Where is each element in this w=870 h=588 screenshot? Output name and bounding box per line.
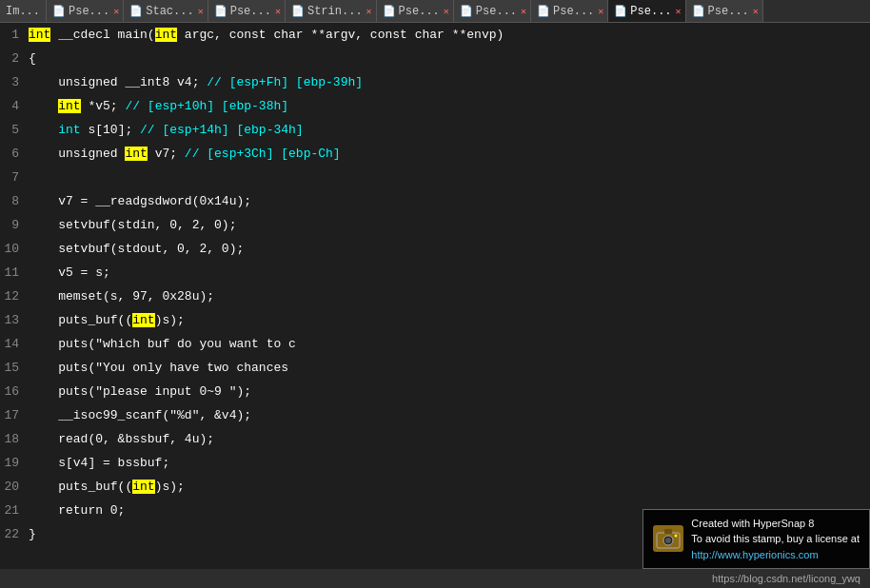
tab-3[interactable]: 📄 Pse... ✕: [208, 0, 286, 22]
watermark-text: Created with HyperSnap 8 To avoid this s…: [691, 516, 860, 563]
tab-icon-7: 📄: [537, 5, 550, 17]
line-number-18: 18: [0, 427, 29, 451]
line-content-22: }: [29, 522, 36, 546]
code-line-9: 9 setvbuf(stdin, 0, 2, 0);: [0, 213, 870, 237]
line-content-3: unsigned __int8 v4; // [esp+Fh] [ebp-39h…: [29, 70, 363, 94]
line-number-16: 16: [0, 380, 29, 403]
code-line-1: 1int __cdecl main(int argc, const char *…: [0, 23, 870, 47]
code-line-7: 7: [0, 166, 870, 189]
tab-close-6[interactable]: ✕: [521, 6, 526, 17]
code-line-6: 6 unsigned int v7; // [esp+3Ch] [ebp-Ch]: [0, 142, 870, 166]
line-content-12: memset(s, 97, 0x28u);: [29, 284, 214, 308]
tab-icon-3: 📄: [214, 5, 227, 17]
tab-8[interactable]: 📄 Pse... ✕: [608, 0, 685, 22]
tab-close-7[interactable]: ✕: [598, 6, 603, 17]
line-number-10: 10: [0, 237, 29, 261]
code-line-13: 13 puts_buf((int)s);: [0, 308, 870, 332]
line-number-1: 1: [0, 23, 29, 47]
line-number-14: 14: [0, 332, 29, 356]
tab-close-5[interactable]: ✕: [444, 6, 449, 17]
tab-2[interactable]: 📄 Stac... ✕: [124, 0, 208, 22]
line-number-17: 17: [0, 403, 29, 427]
line-content-11: v5 = s;: [29, 261, 110, 284]
tab-1[interactable]: 📄 Pse... ✕: [47, 0, 124, 22]
tab-6[interactable]: 📄 Pse... ✕: [454, 0, 531, 22]
tab-label-4: Strin...: [307, 5, 363, 18]
code-area: 1int __cdecl main(int argc, const char *…: [0, 23, 870, 569]
line-number-12: 12: [0, 284, 29, 308]
line-number-4: 4: [0, 94, 29, 118]
line-content-9: setvbuf(stdin, 0, 2, 0);: [29, 213, 236, 237]
line-content-13: puts_buf((int)s);: [29, 308, 185, 332]
tab-4[interactable]: 📄 Strin... ✕: [286, 0, 377, 22]
line-number-6: 6: [0, 142, 29, 166]
code-line-11: 11 v5 = s;: [0, 261, 870, 284]
line-content-21: return 0;: [29, 499, 125, 522]
tab-icon-5: 📄: [383, 5, 396, 17]
line-number-19: 19: [0, 451, 29, 475]
tab-close-3[interactable]: ✕: [275, 6, 281, 17]
line-content-1: int __cdecl main(int argc, const char **…: [29, 23, 504, 47]
tab-close-8[interactable]: ✕: [676, 6, 682, 17]
watermark-title: Created with HyperSnap 8: [691, 516, 860, 532]
tab-close-9[interactable]: ✕: [753, 6, 759, 17]
code-line-2: 2{: [0, 47, 870, 70]
tab-label-2: Stac...: [146, 5, 193, 18]
tab-close-1[interactable]: ✕: [113, 6, 119, 17]
line-number-15: 15: [0, 356, 29, 380]
svg-point-4: [675, 535, 678, 538]
line-content-19: s[v4] = bssbuf;: [29, 451, 169, 475]
code-line-4: 4 int *v5; // [esp+10h] [ebp-38h]: [0, 94, 870, 118]
tab-9[interactable]: 📄 Pse... ✕: [686, 0, 763, 22]
line-content-5: int s[10]; // [esp+14h] [ebp-34h]: [29, 118, 304, 142]
tab-icon-8: 📄: [614, 5, 627, 17]
line-number-22: 22: [0, 522, 29, 546]
tab-icon-6: 📄: [460, 5, 473, 17]
tab-icon-2: 📄: [129, 5, 143, 17]
line-number-5: 5: [0, 118, 29, 142]
tab-label-6: Pse...: [476, 5, 517, 18]
tab-label-8: Pse...: [630, 5, 671, 18]
watermark-line1: To avoid this stamp, buy a license at: [691, 531, 860, 547]
tab-prefix: Im...: [0, 0, 47, 22]
tab-label-9: Pse...: [708, 5, 749, 18]
tab-label-3: Pse...: [230, 5, 271, 18]
line-number-2: 2: [0, 47, 29, 70]
line-number-3: 3: [0, 70, 29, 94]
line-number-20: 20: [0, 475, 29, 499]
watermark-link: http://www.hyperionics.com: [691, 547, 860, 563]
line-content-14: puts("which buf do you want to c: [29, 332, 296, 356]
tab-bar: Im... 📄 Pse... ✕ 📄 Stac... ✕ 📄 Pse... ✕ …: [0, 0, 870, 23]
code-line-18: 18 read(0, &bssbuf, 4u);: [0, 427, 870, 451]
code-line-3: 3 unsigned __int8 v4; // [esp+Fh] [ebp-3…: [0, 70, 870, 94]
code-line-17: 17 __isoc99_scanf("%d", &v4);: [0, 403, 870, 427]
line-content-17: __isoc99_scanf("%d", &v4);: [29, 403, 251, 427]
code-line-20: 20 puts_buf((int)s);: [0, 475, 870, 499]
status-url: https://blog.csdn.net/licong_ywq: [712, 573, 860, 584]
tab-label-7: Pse...: [553, 5, 594, 18]
line-content-16: puts("please input 0~9 ");: [29, 380, 251, 403]
code-line-14: 14 puts("which buf do you want to c: [0, 332, 870, 356]
code-line-10: 10 setvbuf(stdout, 0, 2, 0);: [0, 237, 870, 261]
line-number-8: 8: [0, 189, 29, 213]
code-line-15: 15 puts("You only have two chances: [0, 356, 870, 380]
watermark-camera-icon: [653, 525, 683, 552]
tab-close-4[interactable]: ✕: [366, 6, 372, 17]
svg-point-2: [665, 538, 671, 543]
tab-5[interactable]: 📄 Pse... ✕: [377, 0, 454, 22]
status-bar: https://blog.csdn.net/licong_ywq: [0, 569, 870, 588]
tab-icon-4: 📄: [291, 5, 305, 17]
line-content-4: int *v5; // [esp+10h] [ebp-38h]: [29, 94, 288, 118]
line-content-15: puts("You only have two chances: [29, 356, 288, 380]
tab-icon-1: 📄: [52, 5, 66, 17]
tab-label-1: Pse...: [69, 5, 109, 18]
svg-rect-3: [664, 529, 672, 534]
line-content-2: {: [29, 47, 36, 70]
code-line-5: 5 int s[10]; // [esp+14h] [ebp-34h]: [0, 118, 870, 142]
watermark: Created with HyperSnap 8 To avoid this s…: [643, 509, 870, 570]
line-content-18: read(0, &bssbuf, 4u);: [29, 427, 214, 451]
line-content-10: setvbuf(stdout, 0, 2, 0);: [29, 237, 244, 261]
tab-7[interactable]: 📄 Pse... ✕: [531, 0, 608, 22]
line-content-20: puts_buf((int)s);: [29, 475, 185, 499]
tab-close-2[interactable]: ✕: [198, 6, 204, 17]
